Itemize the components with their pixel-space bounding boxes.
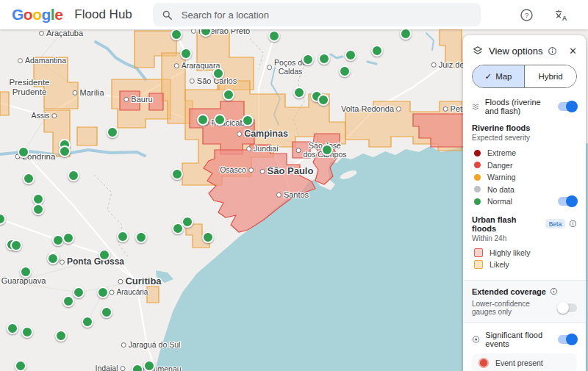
gauge-marker-normal[interactable] <box>172 223 184 234</box>
floods-toggle[interactable] <box>558 102 577 111</box>
warning-dot <box>474 174 481 181</box>
gauge-marker-normal[interactable] <box>268 30 280 42</box>
info-icon[interactable] <box>569 220 577 228</box>
riverine-floods-subtitle: Expected severity <box>472 134 577 142</box>
city-label: Jundiaí <box>246 145 279 154</box>
riverine-floods-title: Riverine floods <box>472 123 577 132</box>
gauge-marker-normal[interactable] <box>318 94 329 106</box>
info-icon[interactable] <box>550 287 558 295</box>
google-logo-letter: G <box>12 6 24 24</box>
city-marker-icon <box>267 65 272 71</box>
city-marker-icon <box>431 62 437 68</box>
gauge-marker-normal[interactable] <box>7 323 18 334</box>
gauge-marker-normal[interactable] <box>135 231 147 243</box>
gauge-marker-normal[interactable] <box>97 287 109 298</box>
gauge-marker-normal[interactable] <box>223 89 234 101</box>
search-icon <box>162 10 173 21</box>
legend-item-likely: Likely <box>474 259 577 271</box>
app-title: Flood Hub <box>74 7 132 22</box>
city-marker-icon <box>190 79 195 84</box>
gauge-marker-normal[interactable] <box>107 126 118 138</box>
gauge-marker-normal[interactable] <box>47 253 59 264</box>
gauge-marker-normal[interactable] <box>318 53 330 65</box>
city-marker-icon <box>237 132 242 137</box>
gauge-marker-normal[interactable] <box>68 170 79 181</box>
map-type-segmented-control: ✓ Map Hybrid <box>472 65 577 88</box>
gauge-marker-normal[interactable] <box>132 364 143 371</box>
city-label: Campinas <box>237 129 288 139</box>
gauge-marker-normal[interactable] <box>98 249 110 261</box>
city-marker-icon <box>123 97 129 102</box>
gauge-marker-normal[interactable] <box>55 330 67 342</box>
city-marker-icon <box>118 278 123 284</box>
normal-dot <box>474 198 481 205</box>
city-label: Marília <box>72 88 104 97</box>
city-marker-icon <box>296 148 301 154</box>
city-label: São Carlos <box>190 76 237 85</box>
danger-dot <box>474 162 481 168</box>
gauge-marker-normal[interactable] <box>101 306 112 318</box>
city-label: Curitiba <box>118 276 161 287</box>
city-marker-icon <box>246 147 251 152</box>
translate-icon[interactable]: A <box>554 8 569 22</box>
gauge-marker-normal[interactable] <box>321 144 333 156</box>
gauge-marker-normal[interactable] <box>143 360 155 371</box>
gauge-marker-normal[interactable] <box>62 295 74 307</box>
city-marker-icon <box>120 367 125 371</box>
city-marker-icon <box>18 59 23 64</box>
gauge-marker-normal[interactable] <box>345 49 356 61</box>
info-icon[interactable] <box>548 46 557 56</box>
help-icon[interactable]: ? <box>520 8 534 22</box>
gauge-marker-normal[interactable] <box>21 326 33 338</box>
gauge-marker-normal[interactable] <box>59 145 71 157</box>
gauge-marker-normal[interactable] <box>32 203 44 215</box>
city-marker-icon <box>396 107 401 112</box>
gauge-marker-normal[interactable] <box>371 45 383 57</box>
city-marker-icon <box>248 168 254 173</box>
gauge-marker-normal[interactable] <box>171 29 182 40</box>
gauge-marker-normal[interactable] <box>214 114 226 126</box>
gauge-marker-normal[interactable] <box>20 266 32 278</box>
gauge-marker-normal[interactable] <box>23 173 35 184</box>
gauge-marker-normal[interactable] <box>212 68 224 79</box>
map-type-map-button[interactable]: ✓ Map <box>473 65 524 87</box>
gauge-marker-normal[interactable] <box>293 87 305 98</box>
city-marker-icon <box>260 168 265 173</box>
flood-hub-app: AraçatubaRibeirão PretoAdamantinaPreside… <box>0 0 588 371</box>
gauge-marker-normal[interactable] <box>82 316 93 328</box>
gauge-marker-normal[interactable] <box>400 28 412 40</box>
gauge-marker-normal[interactable] <box>302 54 314 65</box>
gauge-marker-normal[interactable] <box>73 287 85 298</box>
google-logo[interactable]: Google <box>12 6 62 24</box>
flood-zone-likely[interactable] <box>77 127 97 145</box>
gauge-marker-normal[interactable] <box>180 48 192 60</box>
gauge-marker-normal[interactable] <box>242 115 254 126</box>
significant-events-toggle[interactable] <box>558 335 577 344</box>
legend-item-highly-likely: Highly likely <box>474 247 577 259</box>
search-bar[interactable] <box>153 3 481 26</box>
gauge-marker-normal[interactable] <box>171 168 183 180</box>
flood-zone-likely[interactable] <box>147 287 159 303</box>
city-label: Osasco <box>220 166 254 175</box>
search-input[interactable] <box>180 9 448 21</box>
gauge-marker-normal[interactable] <box>202 231 214 243</box>
gauge-marker-normal[interactable] <box>10 239 22 251</box>
extreme-dot <box>474 150 481 156</box>
map-type-hybrid-button[interactable]: Hybrid <box>524 65 576 87</box>
gauge-marker-normal[interactable] <box>62 232 74 244</box>
gauge-marker-normal[interactable] <box>15 360 26 371</box>
city-label: Indaial <box>96 364 126 371</box>
close-icon[interactable]: ✕ <box>569 46 577 56</box>
legend-item-warning: Warning <box>474 171 577 184</box>
legend-item-no-data: No data <box>474 184 577 196</box>
google-logo-letter: e <box>54 6 62 24</box>
gauge-marker-normal[interactable] <box>339 65 351 77</box>
extended-coverage-toggle[interactable] <box>558 303 577 312</box>
city-label: Araucária <box>110 288 148 296</box>
normal-gauges-toggle[interactable] <box>558 197 577 206</box>
gauge-marker-normal[interactable] <box>117 231 129 242</box>
legend-item-normal: Normal <box>474 195 577 208</box>
flood-zone-likely[interactable] <box>0 92 9 115</box>
gauge-marker-normal[interactable] <box>197 114 209 126</box>
gauge-marker-normal[interactable] <box>18 146 29 158</box>
